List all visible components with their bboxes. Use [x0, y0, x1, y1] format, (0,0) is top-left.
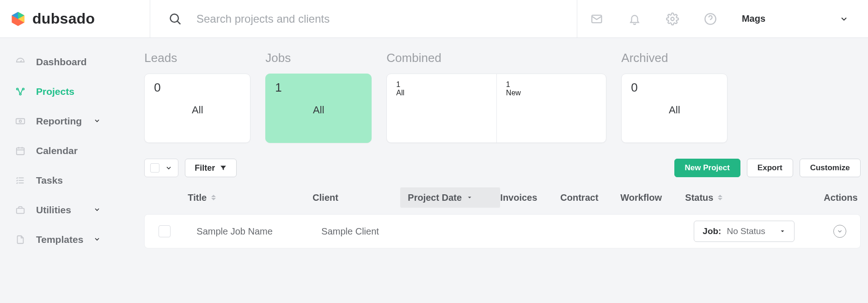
sidebar-item-projects[interactable]: Projects — [8, 80, 108, 103]
column-client[interactable]: Client — [312, 192, 400, 203]
document-icon — [15, 234, 26, 245]
card-group-label-leads: Leads — [144, 51, 251, 65]
filter-button-label: Filter — [195, 163, 215, 173]
bell-icon[interactable] — [628, 12, 641, 25]
list-icon — [15, 175, 26, 186]
card-group-label-combined: Combined — [386, 51, 606, 65]
checkbox-icon — [150, 163, 159, 173]
sort-icon — [211, 195, 216, 200]
button-label: Customize — [810, 163, 850, 173]
button-label: New Project — [685, 163, 730, 173]
card-count: 0 — [154, 80, 241, 95]
sidebar-item-label: Dashboard — [36, 56, 87, 68]
card-label: New — [506, 89, 597, 97]
help-icon[interactable] — [704, 12, 717, 25]
card-archived[interactable]: 0 All — [621, 74, 727, 143]
chevron-down-icon — [93, 235, 102, 244]
sidebar-item-tasks[interactable]: Tasks — [8, 169, 108, 192]
card-count: 1 — [275, 80, 362, 95]
sidebar-item-label: Reporting — [36, 116, 82, 127]
card-count: 0 — [631, 80, 718, 95]
table-toolbar: Filter New Project Export Customize — [144, 159, 860, 177]
sidebar-item-dashboard[interactable]: Dashboard — [8, 51, 108, 73]
status-type: Job: — [703, 226, 721, 236]
global-search[interactable] — [150, 0, 577, 37]
row-checkbox[interactable] — [159, 225, 171, 237]
brand-logo-icon — [10, 11, 26, 27]
card-count: 1 — [506, 80, 597, 89]
column-status[interactable]: Status — [685, 192, 824, 203]
sidebar: Dashboard Projects Reporting Calendar — [0, 38, 116, 303]
gear-icon[interactable] — [666, 12, 679, 25]
toolbox-icon — [15, 204, 26, 216]
funnel-icon — [220, 164, 227, 172]
column-actions: Actions — [824, 192, 857, 203]
card-label: All — [631, 104, 718, 116]
chevron-down-icon — [837, 228, 843, 235]
column-title[interactable]: Title — [188, 192, 312, 203]
brand[interactable]: dubsado — [0, 0, 150, 37]
column-invoices[interactable]: Invoices — [500, 192, 560, 203]
card-group-label-jobs: Jobs — [265, 51, 372, 65]
caret-down-icon — [779, 228, 786, 235]
top-bar: dubsado Mags — [0, 0, 868, 38]
status-select[interactable]: Job: No Status — [694, 221, 795, 242]
cell-title: Sample Job Name — [196, 226, 321, 237]
sidebar-item-templates[interactable]: Templates — [8, 229, 108, 251]
svg-point-13 — [19, 93, 21, 95]
sidebar-item-label: Utilities — [36, 204, 71, 216]
svg-rect-23 — [17, 208, 24, 213]
sidebar-item-label: Templates — [36, 234, 83, 245]
card-combined-new[interactable]: 1 New — [496, 74, 606, 142]
money-icon — [15, 116, 26, 127]
card-combined-all[interactable]: 1 All — [387, 74, 496, 142]
main-content: Leads 0 All Jobs 1 All Combined 1 — [116, 38, 868, 303]
new-project-button[interactable]: New Project — [674, 159, 740, 177]
button-label: Export — [758, 163, 782, 173]
customize-button[interactable]: Customize — [800, 159, 861, 177]
svg-rect-16 — [17, 148, 24, 155]
card-jobs[interactable]: 1 All — [265, 74, 372, 143]
column-workflow[interactable]: Workflow — [620, 192, 685, 203]
gauge-icon — [15, 56, 26, 68]
card-count: 1 — [396, 80, 487, 89]
sidebar-item-label: Tasks — [36, 175, 63, 186]
brand-name: dubsado — [32, 10, 95, 27]
user-name: Mags — [742, 13, 765, 24]
select-all-dropdown[interactable] — [144, 159, 178, 177]
card-combined: 1 All 1 New — [386, 74, 606, 143]
chevron-down-icon — [93, 117, 102, 125]
row-actions-button[interactable] — [833, 225, 846, 238]
filter-button[interactable]: Filter — [185, 159, 237, 177]
card-leads[interactable]: 0 All — [144, 74, 251, 143]
sidebar-item-label: Projects — [36, 86, 74, 97]
sort-icon — [718, 195, 722, 200]
search-input[interactable] — [196, 12, 558, 26]
caret-down-icon — [466, 194, 473, 201]
sidebar-item-calendar[interactable]: Calendar — [8, 140, 108, 162]
user-menu[interactable]: Mags — [742, 13, 849, 24]
chevron-down-icon — [839, 14, 849, 24]
nodes-icon — [15, 86, 26, 97]
chevron-down-icon — [93, 206, 102, 214]
card-label: All — [154, 104, 241, 116]
svg-rect-14 — [16, 119, 24, 124]
sidebar-item-label: Calendar — [36, 145, 78, 156]
card-label: All — [396, 89, 487, 97]
column-project-date[interactable]: Project Date — [400, 187, 500, 208]
status-cards-row: Leads 0 All Jobs 1 All Combined 1 — [144, 51, 860, 143]
svg-point-15 — [19, 120, 22, 123]
table-row[interactable]: Sample Job Name Sample Client Job: No St… — [144, 214, 860, 248]
chevron-down-icon — [165, 164, 172, 172]
svg-point-7 — [671, 17, 674, 20]
sidebar-item-reporting[interactable]: Reporting — [8, 110, 108, 132]
status-value: No Status — [727, 226, 765, 236]
header-actions: Mags — [577, 0, 868, 37]
mail-icon[interactable] — [590, 12, 603, 25]
export-button[interactable]: Export — [747, 159, 793, 177]
card-group-label-archived: Archived — [621, 51, 727, 65]
card-label: All — [275, 104, 362, 116]
column-contract[interactable]: Contract — [560, 192, 620, 203]
cell-client: Sample Client — [321, 226, 409, 237]
sidebar-item-utilities[interactable]: Utilities — [8, 199, 108, 221]
